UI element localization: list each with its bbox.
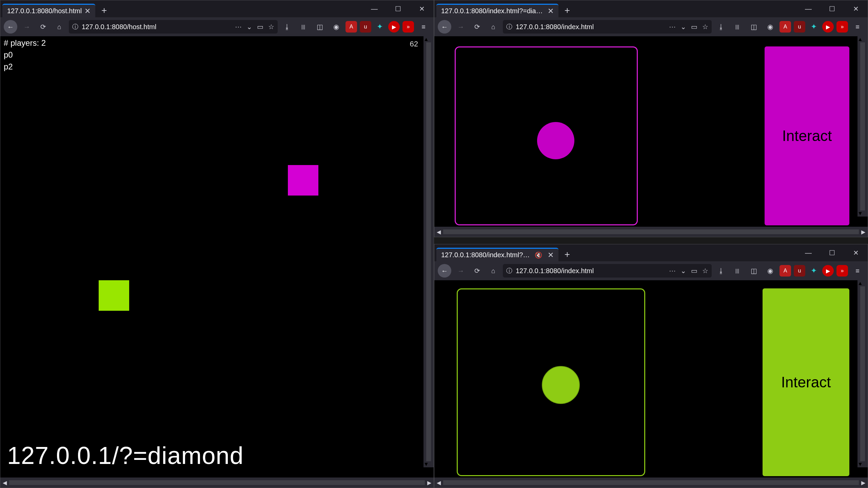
- more-icon[interactable]: ⋯: [235, 23, 242, 31]
- extension-icon[interactable]: ▶: [388, 21, 400, 33]
- maximize-button[interactable]: ☐: [386, 0, 410, 17]
- library-button[interactable]: ⫼: [297, 20, 310, 34]
- close-icon[interactable]: ✕: [84, 7, 91, 15]
- library-button[interactable]: ⫼: [731, 20, 744, 34]
- back-icon: ←: [441, 267, 448, 275]
- download-button[interactable]: ⭳: [714, 20, 728, 34]
- bookmark-icon[interactable]: ☆: [268, 23, 274, 31]
- close-window-button[interactable]: ✕: [410, 0, 434, 17]
- extension-icon[interactable]: ✦: [808, 21, 820, 33]
- extension-icon[interactable]: A: [780, 21, 791, 33]
- menu-button[interactable]: ≡: [851, 20, 864, 34]
- account-button[interactable]: ◉: [763, 264, 777, 278]
- extension-icon[interactable]: »: [402, 21, 414, 33]
- horizontal-scrollbar[interactable]: ◀▶: [0, 477, 434, 488]
- game-stage[interactable]: [457, 288, 645, 476]
- extension-icon[interactable]: ▶: [822, 265, 834, 277]
- download-button[interactable]: ⭳: [714, 264, 728, 278]
- vertical-scrollbar[interactable]: ▲▼: [857, 280, 868, 467]
- extension-icon[interactable]: u: [360, 21, 371, 33]
- menu-button[interactable]: ≡: [851, 264, 864, 278]
- extension-icon[interactable]: ✦: [374, 21, 386, 33]
- library-button[interactable]: ⫼: [731, 264, 744, 278]
- url-bar[interactable]: ⓘ 127.0.0.1:8080/index.html ⋯ ⌄ ▭ ☆: [503, 20, 712, 34]
- account-button[interactable]: ◉: [329, 20, 343, 34]
- more-icon[interactable]: ⋯: [669, 23, 676, 31]
- interact-button[interactable]: Interact: [763, 288, 849, 476]
- tab-client-bottom[interactable]: 127.0.0.1:8080/index.html?=dia 🔇 ✕: [436, 248, 558, 261]
- maximize-icon: ☐: [395, 5, 401, 13]
- new-tab-button[interactable]: +: [97, 4, 111, 17]
- tab-strip: 127.0.0.1:8080/index.html?=diamo ✕ + — ☐…: [434, 0, 868, 17]
- reader-icon[interactable]: ▭: [691, 267, 697, 275]
- extension-icon[interactable]: ✦: [808, 265, 820, 277]
- reader-icon[interactable]: ▭: [257, 23, 263, 31]
- sidebar-button[interactable]: ◫: [747, 20, 761, 34]
- menu-button[interactable]: ≡: [417, 20, 430, 34]
- tab-host[interactable]: 127.0.0.1:8080/host.html ✕: [2, 4, 95, 17]
- close-icon[interactable]: ✕: [548, 7, 554, 15]
- tab-strip: 127.0.0.1:8080/host.html ✕ + — ☐ ✕: [0, 0, 434, 17]
- account-icon: ◉: [767, 267, 773, 275]
- close-window-button[interactable]: ✕: [844, 0, 868, 17]
- mute-icon[interactable]: 🔇: [535, 251, 542, 259]
- forward-icon: →: [23, 23, 30, 31]
- close-icon: ✕: [853, 249, 859, 257]
- maximize-button[interactable]: ☐: [820, 244, 844, 261]
- pocket-icon[interactable]: ⌄: [680, 23, 686, 31]
- pocket-icon[interactable]: ⌄: [246, 23, 252, 31]
- close-window-button[interactable]: ✕: [844, 244, 868, 261]
- window-controls: — ☐ ✕: [362, 0, 434, 17]
- reader-icon[interactable]: ▭: [691, 23, 697, 31]
- home-button[interactable]: ⌂: [487, 20, 500, 34]
- maximize-button[interactable]: ☐: [820, 0, 844, 17]
- player-ball[interactable]: [542, 366, 580, 404]
- extension-icon[interactable]: u: [794, 21, 805, 33]
- horizontal-scrollbar[interactable]: ◀▶: [434, 477, 868, 488]
- vertical-scrollbar[interactable]: ▲▼: [423, 36, 434, 467]
- pocket-icon[interactable]: ⌄: [680, 267, 686, 275]
- minimize-button[interactable]: —: [796, 244, 820, 261]
- vertical-scrollbar[interactable]: ▲▼: [857, 36, 868, 217]
- home-button[interactable]: ⌂: [487, 264, 500, 278]
- bookmark-icon[interactable]: ☆: [702, 267, 708, 275]
- interact-button[interactable]: Interact: [765, 46, 849, 225]
- back-button[interactable]: ←: [438, 20, 451, 34]
- extension-icon[interactable]: A: [780, 265, 791, 277]
- maximize-icon: ☐: [829, 249, 835, 257]
- account-button[interactable]: ◉: [763, 20, 777, 34]
- extension-icon[interactable]: ▶: [822, 21, 834, 33]
- player-ball[interactable]: [537, 122, 574, 159]
- back-button[interactable]: ←: [4, 20, 17, 34]
- new-tab-button[interactable]: +: [560, 248, 574, 261]
- info-icon: ⓘ: [506, 23, 512, 31]
- minimize-icon: —: [805, 249, 812, 257]
- extension-icon[interactable]: »: [836, 265, 848, 277]
- extension-icon[interactable]: u: [794, 265, 805, 277]
- maximize-icon: ☐: [829, 5, 835, 13]
- plus-icon: +: [101, 5, 107, 16]
- minimize-button[interactable]: —: [362, 0, 386, 17]
- extension-icon[interactable]: A: [346, 21, 357, 33]
- sidebar-button[interactable]: ◫: [747, 264, 761, 278]
- reload-button[interactable]: ⟳: [470, 20, 484, 34]
- bookmark-icon[interactable]: ☆: [702, 23, 708, 31]
- minimize-button[interactable]: —: [796, 0, 820, 17]
- new-tab-button[interactable]: +: [560, 4, 574, 17]
- toolbar: ← → ⟳ ⌂ ⓘ 127.0.0.1:8080/index.html ⋯ ⌄ …: [434, 261, 868, 280]
- reload-button[interactable]: ⟳: [470, 264, 484, 278]
- home-button[interactable]: ⌂: [53, 20, 66, 34]
- reload-button[interactable]: ⟳: [36, 20, 50, 34]
- close-icon[interactable]: ✕: [548, 251, 554, 259]
- sidebar-button[interactable]: ◫: [313, 20, 327, 34]
- url-bar[interactable]: ⓘ 127.0.0.1:8080/host.html ⋯ ⌄ ▭ ☆: [69, 20, 278, 34]
- extension-icon[interactable]: »: [836, 21, 848, 33]
- page-content-client-bottom: ▲▼ Interact: [434, 280, 868, 477]
- back-button[interactable]: ←: [438, 264, 451, 278]
- horizontal-scrollbar[interactable]: ◀▶: [434, 227, 868, 237]
- url-bar[interactable]: ⓘ 127.0.0.1:8080/index.html ⋯ ⌄ ▭ ☆: [503, 264, 712, 278]
- more-icon[interactable]: ⋯: [669, 267, 676, 275]
- tab-client-top[interactable]: 127.0.0.1:8080/index.html?=diamo ✕: [436, 4, 558, 17]
- game-stage[interactable]: [455, 46, 638, 225]
- download-button[interactable]: ⭳: [280, 20, 294, 34]
